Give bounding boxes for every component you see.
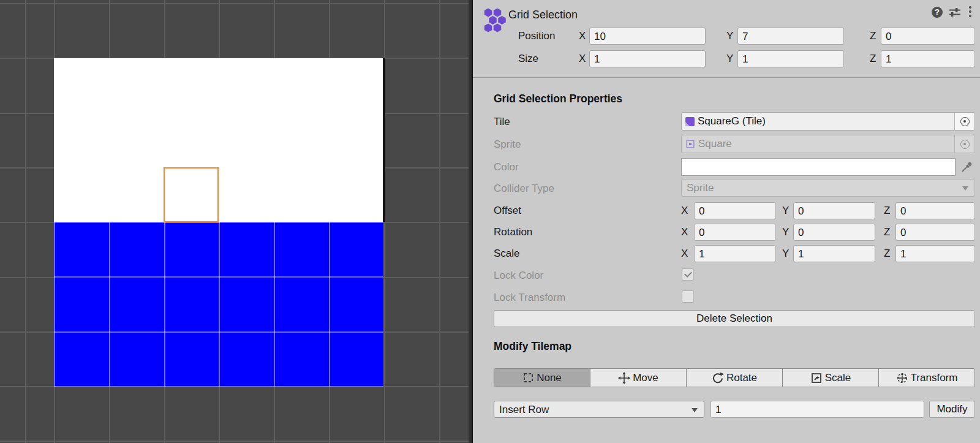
tool-none-button[interactable]: None (494, 369, 590, 387)
tool-transform-button[interactable]: Transform (878, 369, 974, 387)
lock-color-label: Lock Color (494, 267, 543, 284)
collider-type-dropdown: Sprite (681, 179, 975, 197)
offset-label: Offset (494, 202, 521, 219)
modify-toolbar: None Move Rotate (494, 368, 975, 387)
rotation-y-input[interactable]: 0 (793, 224, 875, 241)
tile-object-field[interactable]: SquareG (Tile) (681, 112, 975, 131)
rotation-z-label: Z (884, 224, 890, 241)
offset-y-input[interactable]: 0 (793, 202, 875, 219)
offset-z-input[interactable]: 0 (895, 202, 975, 219)
position-label: Position (518, 28, 555, 45)
sprite-asset-icon (685, 139, 695, 149)
collider-type-label: Collider Type (494, 180, 554, 197)
color-swatch (681, 158, 956, 176)
scale-x-input[interactable]: 1 (694, 245, 776, 262)
size-z-label: Z (870, 50, 876, 67)
position-y-input[interactable]: 7 (737, 28, 844, 45)
panel-title: Grid Selection (508, 6, 578, 23)
color-label: Color (494, 159, 519, 176)
size-x-label: X (579, 50, 586, 67)
position-x-label: X (579, 28, 586, 45)
object-picker-icon (960, 117, 970, 126)
rotation-z-input[interactable]: 0 (895, 224, 975, 241)
tile-asset-icon (685, 117, 695, 126)
tool-scale-button[interactable]: Scale (782, 369, 878, 387)
lock-transform-label: Lock Transform (494, 289, 565, 306)
rotation-y-label: Y (782, 224, 789, 241)
scale-label: Scale (494, 245, 520, 262)
scale-z-input[interactable]: 1 (895, 245, 975, 262)
header-separator (473, 77, 980, 78)
help-icon[interactable]: ? (932, 7, 943, 18)
offset-x-label: X (681, 202, 688, 219)
grid-selection-outline (164, 167, 219, 222)
size-z-input[interactable]: 1 (881, 50, 975, 67)
grid-brush-icon (480, 7, 506, 36)
scene-view[interactable] (0, 0, 469, 443)
blue-tile-region[interactable] (54, 222, 383, 387)
sprite-object-field: Square (681, 135, 975, 153)
scale-y-label: Y (782, 245, 789, 262)
marquee-none-icon (522, 373, 534, 383)
rotation-label: Rotation (494, 224, 532, 241)
offset-z-label: Z (884, 202, 890, 219)
scale-y-input[interactable]: 1 (793, 245, 875, 262)
modify-tilemap-heading: Modify Tilemap (494, 340, 571, 353)
object-picker-icon (960, 140, 970, 149)
rotate-icon (712, 372, 724, 384)
size-x-input[interactable]: 1 (589, 50, 706, 67)
kebab-menu-icon[interactable] (969, 6, 971, 17)
dropdown-arrow-icon (962, 186, 968, 191)
position-z-label: Z (870, 28, 876, 45)
offset-y-label: Y (782, 202, 789, 219)
scale-icon (810, 372, 823, 384)
unity-editor: Grid Selection ? Position X 10 Y 7 Z 0 S… (0, 0, 980, 443)
eyedropper-icon[interactable] (960, 160, 974, 173)
modify-action-dropdown[interactable]: Insert Row (494, 401, 704, 418)
modify-button[interactable]: Modify (929, 401, 975, 418)
grid-selection-inspector: Grid Selection ? Position X 10 Y 7 Z 0 S… (473, 0, 980, 443)
lock-transform-checkbox[interactable] (682, 290, 694, 303)
position-y-label: Y (726, 28, 733, 45)
panel-divider (469, 0, 473, 443)
size-y-label: Y (726, 50, 733, 67)
dropdown-arrow-icon (692, 408, 698, 412)
tool-rotate-button[interactable]: Rotate (686, 369, 782, 387)
scale-x-label: X (681, 245, 688, 262)
rotation-x-label: X (681, 224, 688, 241)
tile-label: Tile (494, 113, 510, 131)
properties-heading: Grid Selection Properties (494, 93, 622, 105)
tool-move-button[interactable]: Move (590, 369, 686, 387)
lock-color-checkbox[interactable] (682, 268, 694, 281)
move-icon (618, 372, 630, 384)
scale-z-label: Z (884, 245, 890, 262)
sprite-object-picker (954, 135, 974, 153)
delete-selection-button[interactable]: Delete Selection (494, 310, 975, 327)
size-y-input[interactable]: 1 (737, 50, 844, 67)
sprite-label: Sprite (494, 136, 521, 153)
rotation-x-input[interactable]: 0 (694, 224, 776, 241)
tile-object-picker[interactable] (954, 113, 974, 130)
modify-count-input[interactable]: 1 (710, 401, 924, 418)
offset-x-input[interactable]: 0 (694, 202, 776, 219)
position-x-input[interactable]: 10 (589, 28, 706, 45)
presets-icon[interactable] (948, 7, 962, 18)
position-z-input[interactable]: 0 (881, 28, 975, 45)
transform-icon (896, 372, 908, 384)
size-label: Size (518, 50, 538, 67)
